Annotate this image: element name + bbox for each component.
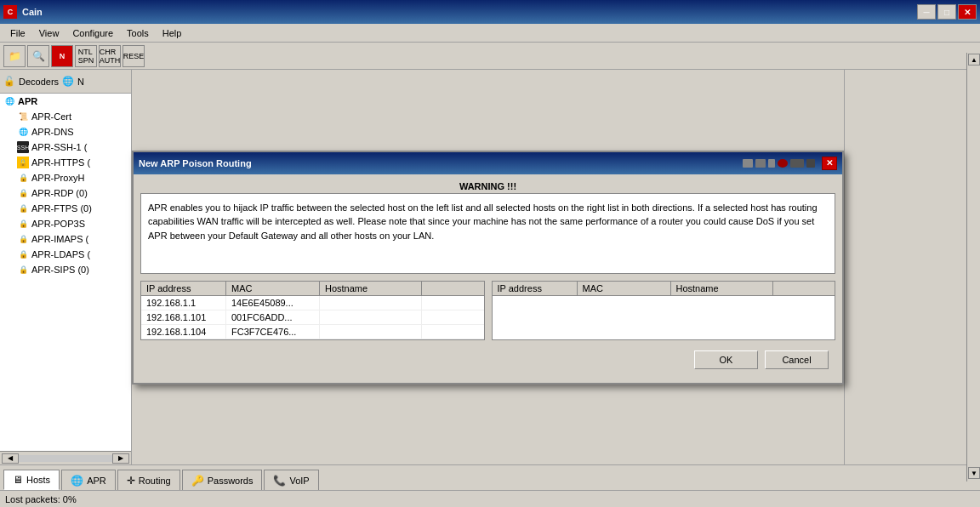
left-col-ip: IP address [141,282,226,295]
menu-help[interactable]: Help [156,26,189,40]
content-area: 🔓 Decoders 🌐 N 🌐 APR 📜 APR-Cert 🌐 APR-DN… [0,70,980,464]
sidebar-item-apr-dns[interactable]: 🌐 APR-DNS [0,124,131,140]
voip-tab-icon: 📞 [273,475,286,487]
left-col-mac: MAC [226,282,320,295]
passwords-tab-icon: 🔑 [191,475,204,487]
left-row3-mac: FC3F7CE476... [226,325,320,339]
sidebar-item-apr-rdp[interactable]: 🔒 APR-RDP (0) [0,185,131,201]
minimize-button[interactable]: ─ [917,4,936,20]
toolbar-btn-2[interactable]: 🔍 [27,45,49,67]
table-row[interactable]: 192.168.1.1 14E6E45089... [141,296,484,310]
lock-icon-7: 🔒 [17,248,29,260]
left-table-body: 192.168.1.1 14E6E45089... 192.168.1.101 … [141,296,484,339]
left-row1-extra [422,296,484,310]
status-bar: Lost packets: 0% [0,490,980,507]
toolbar-btn-5[interactable]: CHRAUTH [99,45,121,67]
right-table-header: IP address MAC Hostname [493,282,835,296]
tables-row: IP address MAC Hostname 192.168.1.1 14E6… [140,281,835,340]
app-title: Cain [22,7,917,17]
right-table-body [493,296,835,339]
lock-icon-1: 🔒 [17,157,29,168]
sidebar-item-apr-https[interactable]: 🔒 APR-HTTPS ( [0,155,131,170]
menu-file[interactable]: File [3,26,32,40]
toolbar: 📁 🔍 N NTLSPN CHRAUTH RESE [0,43,980,70]
table-row[interactable]: 192.168.1.104 FC3F7CE476... [141,325,484,339]
warning-text: APR enables you to hijack IP traffic bet… [140,193,835,274]
scroll-right[interactable]: ▶ [112,453,129,464]
toolbar-btn-1[interactable]: 📁 [3,45,26,67]
menu-configure[interactable]: Configure [66,26,120,40]
ok-button[interactable]: OK [694,350,758,369]
tab-hosts[interactable]: 🖥 Hosts [3,470,60,490]
sidebar-item-apr-ssh1[interactable]: SSH APR-SSH-1 ( [0,140,131,155]
main-content: New ARP Poison Routing ✕ [132,70,844,464]
lock-icon-5: 🔒 [17,218,29,230]
sidebar-scrollbar[interactable]: ◀ ▶ [0,451,131,464]
dns-icon: 🌐 [17,126,29,138]
table-row[interactable]: 192.168.1.101 001FC6ADD... [141,310,484,325]
lock-icon-6: 🔒 [17,233,29,245]
lock-icon-2: 🔒 [17,172,29,184]
hosts-tab-label: Hosts [26,475,50,485]
right-col-mac: MAC [578,282,671,295]
left-col-hostname: Hostname [320,282,422,295]
title-bar: C Cain ─ □ ✕ [0,0,980,24]
warning-section: WARNING !!! APR enables you to hijack IP… [140,181,835,274]
lock-icon-4: 🔒 [17,202,29,214]
right-col-extra [773,282,835,295]
di2 [755,159,766,168]
tab-routing[interactable]: ✛ Routing [117,470,180,490]
close-button[interactable]: ✕ [958,4,977,20]
di4 [778,159,788,168]
lock-icon-3: 🔒 [17,187,29,199]
status-text: Lost packets: 0% [5,494,77,504]
left-col-extra [422,282,484,295]
di5 [790,159,804,168]
toolbar-btn-4[interactable]: NTLSPN [75,45,97,67]
sidebar-label2: N [77,77,84,87]
right-col-ip: IP address [493,282,578,295]
tab-passwords[interactable]: 🔑 Passwords [182,470,263,490]
tab-voip[interactable]: 📞 VoIP [264,470,318,490]
sidebar-item-apr-ftps[interactable]: 🔒 APR-FTPS (0) [0,201,131,216]
scroll-track [19,455,112,462]
routing-tab-label: Routing [139,476,171,486]
dialog-close-button[interactable]: ✕ [822,157,837,170]
menu-view[interactable]: View [32,26,66,40]
right-col-hostname: Hostname [671,282,773,295]
hosts-tab-icon: 🖥 [13,474,23,486]
right-panel: ▲ ▼ [844,70,980,464]
main-scrollbar[interactable]: ▲ ▼ [966,70,980,464]
menu-tools[interactable]: Tools [120,26,156,40]
di1 [743,159,753,168]
scroll-left[interactable]: ◀ [2,453,19,464]
sidebar-item-apr-sips[interactable]: 🔒 APR-SIPS (0) [0,262,131,277]
left-row3-hostname [320,325,422,339]
apr-tab-icon: 🌐 [71,475,83,487]
cancel-button[interactable]: Cancel [765,350,829,369]
dialog-title: New ARP Poison Routing [139,158,743,168]
ssh-icon: SSH [17,141,29,153]
sidebar-item-apr-ldaps[interactable]: 🔒 APR-LDAPS ( [0,247,131,262]
sidebar-icon2: 🌐 [62,76,74,87]
maximize-button[interactable]: □ [937,4,956,20]
sidebar-tree: 🌐 APR 📜 APR-Cert 🌐 APR-DNS SSH APR-SSH-1… [0,94,131,451]
sidebar-icon: 🔓 [3,76,15,87]
sidebar-title: Decoders [19,77,59,87]
tab-apr[interactable]: 🌐 APR [61,470,116,490]
lock-icon-8: 🔒 [17,264,29,276]
sidebar-item-apr-cert[interactable]: 📜 APR-Cert [0,109,131,124]
sidebar-item-apr-proxyh[interactable]: 🔒 APR-ProxyH [0,170,131,185]
di3 [768,159,775,168]
sidebar-header: 🔓 Decoders 🌐 N [0,70,131,94]
routing-tab-icon: ✛ [127,475,135,487]
left-row1-ip: 192.168.1.1 [141,296,226,310]
di6 [806,159,815,168]
toolbar-btn-3[interactable]: N [51,45,73,67]
apr-icon: 🌐 [3,95,15,107]
toolbar-btn-6[interactable]: RESE [122,45,145,67]
sidebar-item-apr[interactable]: 🌐 APR [0,94,131,109]
sidebar-item-apr-imaps[interactable]: 🔒 APR-IMAPS ( [0,231,131,247]
sidebar-item-apr-pop3s[interactable]: 🔒 APR-POP3S [0,216,131,231]
right-table-panel: IP address MAC Hostname [492,281,836,340]
